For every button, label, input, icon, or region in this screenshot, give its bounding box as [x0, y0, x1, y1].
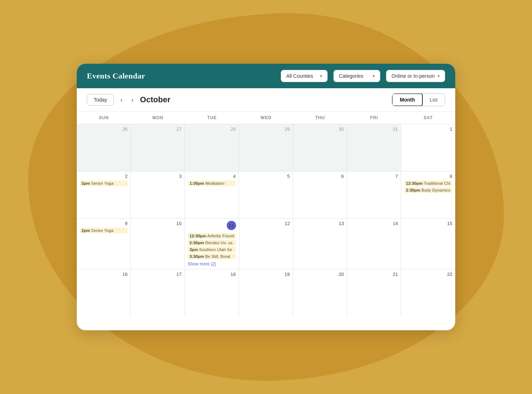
day-header-sun: SUN — [77, 112, 131, 124]
month-title: October — [140, 95, 387, 104]
cal-day-oct-20: 20 — [293, 269, 347, 316]
event-be-still-11[interactable]: 3:30pm Be Still, Breat — [188, 254, 236, 259]
cal-day-26: 26 — [77, 124, 131, 171]
calendar-widget: Events Calendar All Counties ▾ Categorie… — [77, 64, 455, 330]
cal-day-oct-13: 13 — [293, 219, 347, 269]
cal-day-oct-18: 18 — [185, 269, 239, 316]
event-southern-utah-11[interactable]: 3pm Southern Utah Se — [188, 247, 236, 252]
calendar-nav: Today ‹ › October Month List — [77, 88, 455, 112]
calendar-week-4: 16 17 18 19 20 21 22 — [77, 269, 455, 316]
day-header-wed: WED — [239, 112, 293, 124]
cal-day-oct-22: 22 — [401, 269, 455, 316]
cal-day-oct-15: 15 — [401, 219, 455, 269]
event-body-dynamics-8[interactable]: 2:30pm Body Dynamics — [404, 187, 452, 193]
calendar-week-3: 9 2pm Senior Yoga 10 11 12:30pm Arthriti… — [77, 219, 455, 269]
cal-day-31: 31 — [347, 124, 401, 171]
cal-day-oct-3: 3 — [131, 171, 185, 218]
calendar-week-2: 2 2pm Senior Yoga 3 4 1:30pm Meditation … — [77, 171, 455, 219]
cal-day-oct-17: 17 — [131, 269, 185, 316]
today-button[interactable]: Today — [87, 94, 114, 106]
cal-day-oct-9: 9 2pm Senior Yoga — [77, 219, 131, 269]
categories-label: Categories — [339, 73, 363, 79]
day-headers-row: SUN MON TUE WED THU FRI SAT — [77, 112, 455, 124]
view-toggle: Month List — [392, 93, 445, 106]
calendar-header: Events Calendar All Counties ▾ Categorie… — [77, 64, 455, 88]
cal-day-oct-8: 8 12:30pm Traditional Chi 2:30pm Body Dy… — [401, 171, 455, 218]
outer-container: Events Calendar All Counties ▾ Categorie… — [50, 35, 482, 359]
counties-label: All Counties — [286, 73, 313, 79]
chevron-down-icon: ▾ — [320, 74, 322, 79]
next-month-button[interactable]: › — [129, 95, 136, 105]
event-senior-yoga-2[interactable]: 2pm Senior Yoga — [80, 180, 128, 186]
cal-day-oct-11: 11 12:30pm Arthritis Found 2:30pm Rendez… — [185, 219, 239, 269]
day-header-tue: TUE — [185, 112, 239, 124]
cal-day-oct-12: 12 — [239, 219, 293, 269]
cal-day-oct-4: 4 1:30pm Meditation — [185, 171, 239, 218]
day-header-sat: SAT — [401, 112, 455, 124]
counties-dropdown[interactable]: All Counties ▾ — [281, 70, 328, 82]
cal-day-oct-2: 2 2pm Senior Yoga — [77, 171, 131, 218]
day-header-mon: MON — [131, 112, 185, 124]
cal-day-27: 27 — [131, 124, 185, 171]
app-title: Events Calendar — [87, 71, 275, 81]
month-view-button[interactable]: Month — [392, 93, 423, 106]
show-more-link[interactable]: Show more (2) — [188, 261, 216, 267]
cal-day-oct-14: 14 — [347, 219, 401, 269]
calendar-week-1: 26 27 28 29 30 31 1 — [77, 124, 455, 171]
chevron-down-icon: ▾ — [373, 74, 375, 79]
list-view-button[interactable]: List — [422, 94, 445, 106]
event-arthritis-11[interactable]: 12:30pm Arthritis Found — [188, 233, 236, 239]
cal-day-oct-6: 6 — [293, 171, 347, 218]
mode-label: Online or In-person — [391, 73, 435, 79]
cal-day-oct-1: 1 — [401, 124, 455, 171]
cal-day-30: 30 — [293, 124, 347, 171]
cal-day-29: 29 — [239, 124, 293, 171]
mode-dropdown[interactable]: Online or In-person ▾ — [386, 70, 445, 82]
calendar-grid: SUN MON TUE WED THU FRI SAT 26 27 28 29 … — [77, 112, 455, 316]
chevron-down-icon: ▾ — [438, 74, 440, 79]
event-traditional-chi-8[interactable]: 12:30pm Traditional Chi — [404, 180, 452, 186]
event-senior-yoga-9[interactable]: 2pm Senior Yoga — [80, 228, 128, 233]
today-indicator: 11 — [227, 221, 236, 230]
cal-day-oct-10: 10 — [131, 219, 185, 269]
cal-day-oct-7: 7 — [347, 171, 401, 218]
prev-month-button[interactable]: ‹ — [118, 95, 125, 105]
cal-day-oct-21: 21 — [347, 269, 401, 316]
categories-dropdown[interactable]: Categories ▾ — [333, 70, 380, 82]
day-header-fri: FRI — [347, 112, 401, 124]
cal-day-oct-16: 16 — [77, 269, 131, 316]
event-rendez-vo-11[interactable]: 2:30pm Rendez-Vo- us — [188, 240, 236, 246]
cal-day-oct-5: 5 — [239, 171, 293, 218]
day-header-thu: THU — [293, 112, 347, 124]
event-meditation-4[interactable]: 1:30pm Meditation — [188, 180, 236, 186]
cal-day-oct-19: 19 — [239, 269, 293, 316]
cal-day-28: 28 — [185, 124, 239, 171]
